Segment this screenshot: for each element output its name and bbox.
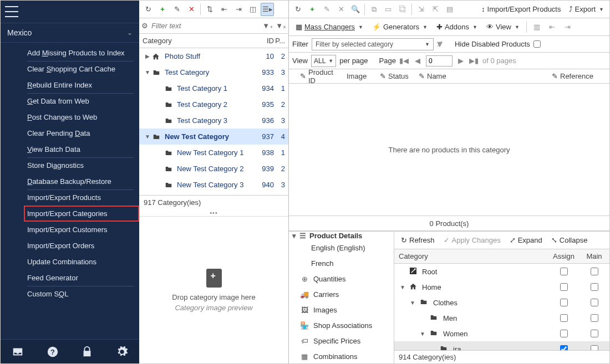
sidebar-item[interactable]: View Batch Data bbox=[24, 141, 139, 157]
filter-gear-icon[interactable]: ⚙ bbox=[141, 22, 148, 30]
page-input[interactable] bbox=[426, 55, 453, 66]
main-checkbox[interactable] bbox=[591, 283, 598, 291]
col-category[interactable]: Category bbox=[394, 252, 548, 260]
assign-checkbox[interactable] bbox=[560, 345, 568, 350]
assign-checkbox[interactable] bbox=[560, 314, 568, 322]
col-name[interactable]: ✎ Name bbox=[415, 72, 548, 80]
last-page-icon[interactable]: ▶▮ bbox=[469, 57, 479, 65]
main-checkbox[interactable] bbox=[591, 268, 598, 275]
assign-row[interactable]: ▼ Home bbox=[394, 279, 609, 295]
filter-select[interactable]: Filter by selected category▼ bbox=[312, 38, 434, 50]
detail-nav-item[interactable]: French bbox=[289, 255, 394, 271]
sidebar-item[interactable]: Add Missing Products to Index bbox=[24, 45, 139, 61]
edit-icon[interactable]: ✎ bbox=[170, 3, 184, 16]
col-id[interactable]: ID bbox=[252, 37, 274, 45]
main-checkbox[interactable] bbox=[591, 330, 598, 337]
assign-checkbox[interactable] bbox=[560, 268, 568, 275]
sidebar-item[interactable]: Rebuild Entire Index bbox=[24, 77, 139, 93]
filter-add-icon[interactable]: ▼₊ bbox=[262, 22, 273, 30]
col-main[interactable]: Main bbox=[579, 252, 609, 260]
refresh-icon[interactable]: ↻ bbox=[141, 3, 155, 16]
assign-checkbox[interactable] bbox=[560, 283, 568, 291]
collapse-button[interactable]: ⤡ Collapse bbox=[548, 234, 591, 247]
filter-clear-icon[interactable]: ▼ₓ bbox=[276, 22, 286, 30]
sidebar-item[interactable]: Import/Export Customers bbox=[24, 222, 139, 238]
sidebar-item[interactable]: Import/Export Categories bbox=[24, 206, 139, 222]
filter-toggle-icon[interactable]: ☰▸ bbox=[261, 3, 274, 16]
next-page-icon[interactable]: ▶ bbox=[456, 57, 466, 65]
addons-dropdown[interactable]: ✚ Addons▼ bbox=[433, 20, 481, 34]
tree-row[interactable]: ▼ Test Category 933 3 bbox=[139, 64, 288, 80]
view-dropdown[interactable]: 👁 View▼ bbox=[483, 20, 523, 34]
mass-changers-dropdown[interactable]: ▦ Mass Changers▼ bbox=[292, 20, 367, 34]
col-category[interactable]: Category bbox=[139, 37, 252, 45]
detail-nav-title[interactable]: ▾ ☰ Product Details bbox=[289, 232, 394, 240]
expander-icon[interactable]: ▼ bbox=[144, 134, 151, 140]
hide-disabled-checkbox[interactable] bbox=[533, 40, 541, 48]
gear-icon[interactable] bbox=[116, 346, 128, 358]
col-products[interactable]: P... bbox=[274, 37, 288, 45]
assign-row[interactable]: Men bbox=[394, 310, 609, 326]
expand-button[interactable]: ⤢ Expand bbox=[506, 234, 546, 247]
splitter-horizontal[interactable]: ••• bbox=[139, 209, 288, 216]
first-page-icon[interactable]: ▮◀ bbox=[399, 57, 409, 65]
assign-checkbox[interactable] bbox=[560, 299, 568, 306]
detail-nav-item[interactable]: English (English) bbox=[289, 240, 394, 255]
sidebar-item[interactable]: Store Diagnostics bbox=[24, 157, 139, 173]
sidebar-item[interactable]: Update Combinations bbox=[24, 254, 139, 270]
assign-row[interactable]: ira bbox=[394, 341, 609, 350]
detail-nav-item[interactable]: 🚚Carriers bbox=[289, 286, 394, 302]
category-filter-input[interactable] bbox=[150, 20, 260, 31]
col-status[interactable]: ✎ Status bbox=[377, 72, 415, 80]
expander-icon[interactable]: ▼ bbox=[144, 69, 151, 75]
tree-row[interactable]: New Test Category 2 939 2 bbox=[139, 161, 288, 177]
export-button[interactable]: ⤴ Export▼ bbox=[566, 3, 608, 16]
assign-row[interactable]: Root bbox=[394, 264, 609, 279]
indent-icon[interactable]: ⇥ bbox=[232, 3, 245, 16]
tree-row[interactable]: New Test Category 3 940 3 bbox=[139, 177, 288, 193]
inbox-icon[interactable] bbox=[12, 346, 24, 358]
sidebar-item[interactable]: Database Backup/Restore bbox=[24, 173, 139, 189]
refresh-button[interactable]: ↻ Refresh bbox=[398, 234, 438, 247]
sidebar-item[interactable]: Get Data from Web bbox=[24, 93, 139, 109]
add-icon[interactable]: + bbox=[306, 3, 319, 16]
funnel-icon[interactable]: ▼̸ bbox=[437, 40, 443, 48]
sidebar-item[interactable]: Clear Shopping Cart Cache bbox=[24, 61, 139, 77]
expander-icon[interactable]: ▼ bbox=[420, 331, 426, 337]
sidebar-store-selector[interactable]: Mexico ⌄ bbox=[1, 23, 139, 43]
tree-row[interactable]: Test Category 3 936 3 bbox=[139, 112, 288, 129]
per-page-select[interactable]: ALL▼ bbox=[311, 55, 336, 67]
col-image[interactable]: Image bbox=[343, 72, 377, 80]
expander-icon[interactable]: ▼ bbox=[400, 284, 406, 290]
crop-icon[interactable]: ◫ bbox=[246, 3, 260, 16]
refresh-icon[interactable]: ↻ bbox=[291, 3, 304, 16]
sidebar-item[interactable]: Clear Pending Data bbox=[24, 125, 139, 141]
tree-row[interactable]: ▶ Photo Stuff 10 2 bbox=[139, 48, 288, 64]
tree-row[interactable]: Test Category 2 935 2 bbox=[139, 96, 288, 112]
search-icon[interactable]: 🔍 bbox=[349, 3, 362, 16]
add-icon[interactable]: + bbox=[156, 3, 169, 16]
sidebar-item[interactable]: Custom SQL bbox=[24, 286, 139, 302]
hamburger-menu-icon[interactable] bbox=[5, 6, 18, 17]
lock-icon[interactable] bbox=[81, 346, 93, 358]
sidebar-item[interactable]: Import/Export Products bbox=[24, 189, 139, 206]
import-export-products-button[interactable]: ↕ Import/Export Products bbox=[478, 3, 564, 16]
expander-icon[interactable]: ▶ bbox=[144, 53, 151, 59]
main-checkbox[interactable] bbox=[591, 299, 598, 306]
detail-nav-item[interactable]: ⊕Quantities bbox=[289, 271, 394, 286]
outdent-icon[interactable]: ⇤ bbox=[217, 3, 231, 16]
main-checkbox[interactable] bbox=[591, 314, 598, 322]
detail-nav-item[interactable]: 🖼Images bbox=[289, 302, 394, 317]
delete-icon[interactable]: ✕ bbox=[185, 3, 198, 16]
detail-nav-item[interactable]: 🏷Specific Prices bbox=[289, 333, 394, 348]
assign-row[interactable]: ▼ Women bbox=[394, 326, 609, 341]
category-image-dropzone[interactable]: Drop category image here Category image … bbox=[139, 216, 288, 363]
help-icon[interactable]: ? bbox=[47, 346, 59, 358]
col-reference[interactable]: ✎ Reference bbox=[548, 72, 609, 80]
tree-row[interactable]: ▼ New Test Category 937 4 bbox=[139, 129, 288, 145]
detail-nav-item[interactable]: ▦Combinations bbox=[289, 348, 394, 364]
expander-icon[interactable]: ▼ bbox=[410, 300, 416, 306]
detail-nav-item[interactable]: 🏪Shop Associations bbox=[289, 317, 394, 333]
main-checkbox[interactable] bbox=[591, 345, 598, 350]
col-product-id[interactable]: ✎ Product ID bbox=[297, 68, 343, 85]
